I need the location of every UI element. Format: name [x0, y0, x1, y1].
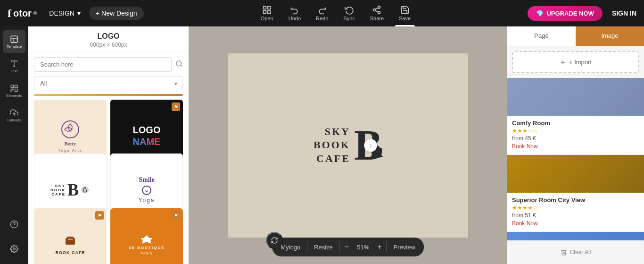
svg-point-22 [176, 61, 182, 66]
premium-badge: ⚑ [172, 102, 180, 111]
search-bar [28, 52, 189, 77]
hotel-stars: ★★★★☆ [512, 204, 639, 211]
accent-bar [34, 94, 183, 96]
save-wrap: Save Save [399, 5, 411, 21]
svg-point-4 [378, 6, 380, 9]
svg-point-27 [371, 155, 383, 158]
svg-rect-2 [264, 11, 266, 14]
right-tabs: Page Image [507, 26, 644, 46]
new-design-button[interactable]: + New Design [89, 7, 144, 20]
zoom-value: 51% [354, 244, 372, 251]
canvas-text-block: SKY BOOK CAFE [314, 125, 350, 166]
right-bottom: Clear All [507, 240, 644, 264]
logo-registered: ® [33, 11, 37, 16]
canvas-line-2: BOOK [314, 138, 350, 152]
filter-row: All Business Food Beauty Sports Tech [28, 77, 189, 94]
logo: f otor ® [8, 7, 37, 20]
hotel-name: Superior Room City View [512, 196, 639, 204]
sidebar-item-text[interactable]: Text [3, 55, 25, 77]
svg-point-25 [83, 191, 87, 193]
svg-rect-16 [15, 89, 17, 91]
svg-line-23 [181, 65, 182, 67]
tab-image[interactable]: Image [576, 26, 644, 46]
hotel-item: Superior Room City View ★★★★☆ from 51 € … [507, 155, 644, 231]
hotel-image [507, 232, 644, 240]
import-area[interactable]: + Import [512, 51, 639, 73]
clear-all-button[interactable]: Clear All [512, 245, 639, 259]
hotel-item: Comfy Room ★★★☆☆ from 45 € Book Now [507, 78, 644, 154]
hotel-image [507, 155, 644, 193]
logo-brand: otor [13, 8, 32, 19]
svg-line-8 [376, 8, 379, 9]
zoom-out-button[interactable]: − [340, 243, 354, 251]
sidebar-item-help[interactable] [3, 213, 25, 236]
canvas-line-3: CAFE [316, 152, 350, 166]
undo-button[interactable]: Undo [289, 5, 301, 21]
canvas-wrap: SKY BOOK CAFE B [228, 53, 468, 238]
hotel-item: Junior Suite Sea View ★★★☆☆ from 67 € Bo… [507, 232, 644, 240]
premium-badge: ⚑ [95, 211, 104, 220]
svg-rect-15 [15, 85, 17, 87]
share-button[interactable]: Share [370, 5, 384, 21]
main-area: Template Text Elements Uploads LOGO 600p… [0, 26, 644, 264]
canvas-line-1: SKY [325, 125, 350, 139]
bottom-bar: Mylogo Resize − 51% + Preview [272, 238, 424, 256]
svg-point-5 [373, 9, 376, 11]
sidebar-item-uploads[interactable]: Uploads [3, 104, 25, 127]
template-grid: Betty Yoga Arts ⚑ LOGO NAME SKY BOOK [28, 100, 189, 264]
resize-button[interactable]: Resize [307, 238, 339, 256]
panel-header: LOGO 600px × 600px [28, 26, 189, 52]
reset-view-button[interactable] [266, 232, 283, 249]
svg-marker-17 [11, 89, 13, 91]
svg-rect-1 [268, 7, 271, 9]
filter-select-wrap: All Business Food Beauty Sports Tech [34, 77, 183, 90]
hotel-book-button[interactable]: Book Now [512, 143, 538, 150]
redo-button[interactable]: Redo [316, 5, 328, 21]
premium-badge: ⚑ [172, 211, 180, 220]
panel-subtitle: 600px × 600px [36, 42, 181, 48]
filter-select[interactable]: All Business Food Beauty Sports Tech [34, 77, 183, 90]
svg-rect-9 [11, 36, 17, 43]
svg-rect-3 [268, 11, 271, 14]
hotel-info: Comfy Room ★★★☆☆ from 45 € Book Now [507, 116, 644, 154]
panel-title: LOGO [36, 32, 181, 41]
hotel-stars: ★★★☆☆ [512, 128, 639, 134]
sync-button[interactable]: Sync [343, 5, 355, 21]
tab-page[interactable]: Page [507, 26, 576, 46]
svg-line-7 [376, 10, 379, 12]
svg-rect-0 [264, 7, 266, 9]
template-panel: LOGO 600px × 600px All Business Food Bea… [28, 26, 189, 264]
right-panel: Page Image + Import Comfy Room ★★★☆☆ fro… [507, 26, 644, 264]
collapse-right-button[interactable] [364, 139, 377, 152]
svg-rect-14 [11, 85, 13, 87]
search-button[interactable] [175, 60, 183, 69]
hotel-book-button[interactable]: Book Now [512, 220, 538, 227]
logo-text: f [8, 7, 11, 20]
svg-point-6 [378, 11, 380, 14]
search-input[interactable] [34, 57, 172, 72]
hotel-name: Comfy Room [512, 119, 639, 127]
hotel-list: Comfy Room ★★★☆☆ from 45 € Book Now Supe… [507, 78, 644, 240]
upgrade-button[interactable]: 💎 UPGRADE NOW [528, 6, 602, 21]
sidebar-item-template[interactable]: Template [3, 30, 25, 53]
hotel-info: Superior Room City View ★★★★☆ from 51 € … [507, 193, 644, 231]
preview-button[interactable]: Preview [387, 238, 422, 256]
icon-bar: Template Text Elements Uploads [0, 26, 28, 264]
topbar: f otor ® DESIGN ▾ + New Design Open Undo… [0, 0, 644, 26]
save-button[interactable]: Save [399, 5, 411, 21]
hotel-price: from 51 € [512, 212, 639, 219]
canvas-area: SKY BOOK CAFE B [189, 26, 507, 264]
sign-in-button[interactable]: SIGN IN [612, 9, 636, 17]
svg-point-21 [13, 248, 16, 250]
zoom-in-button[interactable]: + [372, 243, 386, 251]
topbar-actions: Open Undo Redo Sync Share Save Save [144, 5, 528, 21]
hotel-image [507, 78, 644, 116]
sidebar-item-settings[interactable] [3, 238, 25, 260]
template-item[interactable]: ⚑ SE BOUTIQUE PARIS [110, 208, 183, 264]
hotel-price: from 45 € [512, 135, 639, 142]
open-button[interactable]: Open [261, 5, 273, 21]
design-button[interactable]: DESIGN ▾ [44, 7, 85, 20]
template-item[interactable]: ⚑ BOOK CAFE [34, 208, 107, 264]
sidebar-item-elements[interactable]: Elements [3, 79, 25, 102]
